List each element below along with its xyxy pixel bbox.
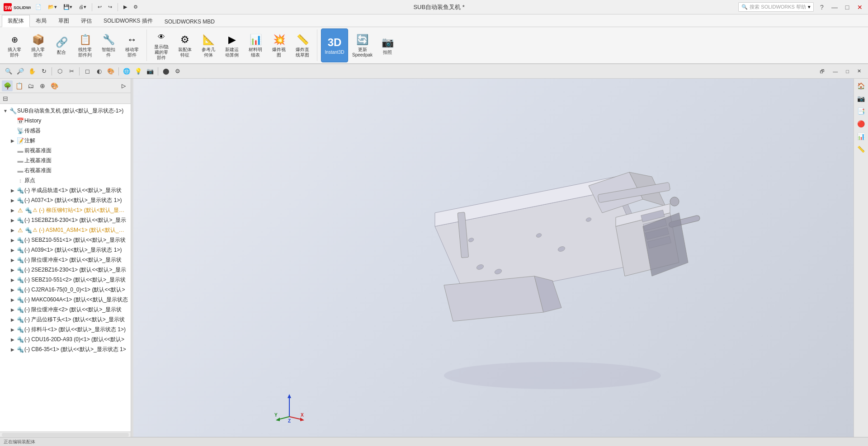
edit-appearance-button[interactable]: 🎨: [106, 66, 116, 76]
snapshot-button[interactable]: 📷 拍照: [377, 34, 398, 56]
assembly-feature-button[interactable]: ⚙ 装配体特征: [174, 31, 196, 59]
part-item-7[interactable]: ▶ 🔩 (-) A039<1> (默认<<默认>_显示状态 1>): [0, 245, 131, 255]
smart-fasteners-button[interactable]: 🔧 智能扣件: [98, 31, 119, 59]
part-item-11[interactable]: ▶ 🔩 (-) CJ2RA16-75(0_0_0)<1> (默认<<默认>: [0, 285, 131, 295]
part-10-expand[interactable]: ▶: [9, 276, 16, 283]
right-plane-item[interactable]: ▬ 右视基准面: [0, 165, 131, 175]
part-item-9[interactable]: ▶ 🔩 (-) 2SE2BZ16-230<1> (默认<<默认>_显示: [0, 265, 131, 275]
tab-plugins[interactable]: SOLIDWORKS 插件: [98, 15, 159, 27]
layers-button[interactable]: 📑: [856, 106, 867, 117]
pan-button[interactable]: ✋: [27, 66, 37, 76]
display-manager-tab[interactable]: 🎨: [49, 80, 60, 91]
measure-button[interactable]: 📏: [856, 144, 867, 155]
part-item-13[interactable]: ▶ 🔩 (-) 限位缓冲座<2> (默认<<默认>_显示状: [0, 305, 131, 315]
tab-evaluate[interactable]: 评估: [75, 15, 98, 27]
feature-manager-tab[interactable]: 🌳: [2, 80, 13, 91]
part-item-5[interactable]: ▶ ⚠ 🔩 ⚠ (-) ASM01_ASM<1> (默认<默认_显示状: [0, 225, 131, 235]
explode-view-button[interactable]: 💥 爆炸视图: [268, 31, 290, 59]
rotate-button[interactable]: ↻: [39, 66, 49, 76]
minimize-vp-button[interactable]: —: [830, 67, 841, 75]
panel-expand-button[interactable]: ▷: [118, 80, 129, 91]
part-item-17[interactable]: ▶ 🔩 (-) CB6-35<1> (默认<<默认>_显示状态 1>: [0, 344, 131, 354]
viewport[interactable]: Z X Y: [133, 79, 854, 437]
new-motion-button[interactable]: ▶ 新建运动算例: [221, 31, 243, 59]
part-2-expand[interactable]: ▶: [9, 197, 16, 204]
explode-line-button[interactable]: 📏 爆炸直线草图: [292, 31, 313, 59]
camera-button[interactable]: 📷: [145, 66, 155, 76]
maximize-vp-button[interactable]: □: [843, 67, 852, 75]
section-view-button[interactable]: ✂: [66, 66, 76, 76]
tab-sketch[interactable]: 草图: [52, 15, 75, 27]
part-item-8[interactable]: ▶ 🔩 (-) 限位缓冲座<1> (默认<<默认>_显示状: [0, 255, 131, 265]
part-5-expand[interactable]: ▶: [9, 226, 16, 234]
history-item[interactable]: 📅 History: [0, 116, 131, 126]
sensors-item[interactable]: 📡 传感器: [0, 126, 131, 136]
close-button[interactable]: ✕: [855, 3, 864, 12]
sensors-expand[interactable]: [9, 127, 16, 134]
move-component-button[interactable]: ↔ 移动零部件: [121, 31, 143, 59]
part-3-expand[interactable]: ▶: [9, 207, 16, 214]
linear-component-button[interactable]: 📋 线性零部件列: [74, 31, 96, 59]
part-16-expand[interactable]: ▶: [9, 336, 16, 343]
part-item-12[interactable]: ▶ 🔩 (-) MAKC0604A<1> (默认<<默认_显示状态: [0, 295, 131, 305]
part-6-expand[interactable]: ▶: [9, 236, 16, 244]
appearances-button[interactable]: 🏠: [856, 80, 867, 91]
redo-button[interactable]: ↪: [106, 3, 114, 11]
update-speedpak-button[interactable]: 🔄 更新Speedpak: [350, 31, 375, 59]
search-box[interactable]: 🔍 搜索 SOLIDWORKS 帮助 ▾: [738, 2, 814, 12]
minimize-button[interactable]: —: [830, 3, 839, 12]
show-hide-button[interactable]: 👁 显示/隐藏的零部件: [151, 28, 172, 62]
part-item-14[interactable]: ▶ 🔩 (-) 产品位移T头<1> (默认<<默认>_显示状: [0, 315, 131, 324]
orientation-button[interactable]: ⬡: [55, 66, 65, 76]
realview-sidebar-button[interactable]: 📷: [856, 93, 867, 104]
print-button[interactable]: 🖨▾: [77, 3, 88, 11]
embed-part-button[interactable]: 📦 插入零部件: [27, 31, 49, 59]
scene-button[interactable]: 🌐: [122, 66, 132, 76]
root-assembly-item[interactable]: ▼ 🔧 SUB自动装鱼叉机 (默认<默认_显示状态-1>): [0, 106, 131, 116]
mate-button[interactable]: 🔗 配合: [51, 34, 72, 56]
feature-tree[interactable]: ▼ 🔧 SUB自动装鱼叉机 (默认<默认_显示状态-1>) 📅 History …: [0, 104, 131, 432]
instant3d-button[interactable]: 3D Instant3D: [321, 28, 348, 62]
restore-button[interactable]: □: [843, 3, 852, 12]
part-7-expand[interactable]: ▶: [9, 246, 16, 254]
help-button[interactable]: ?: [817, 3, 826, 12]
top-plane-item[interactable]: ▬ 上视基准面: [0, 155, 131, 165]
zoom-to-fit-button[interactable]: 🔍: [4, 66, 14, 76]
tab-mbd[interactable]: SOLIDWORKS MBD: [159, 16, 221, 27]
part-12-expand[interactable]: ▶: [9, 296, 16, 303]
restore-vp-button[interactable]: 🗗: [816, 67, 828, 75]
part-item-10[interactable]: ▶ 🔩 (-) SEBZ10-551<2> (默认<<默认>_显示状: [0, 275, 131, 285]
notes-item[interactable]: ▶ 📝 注解: [0, 136, 131, 146]
part-item-16[interactable]: ▶ 🔩 (-) CDU16-20D-A93 (0)<1> (默认<<默认>: [0, 334, 131, 344]
bom-button[interactable]: 📊 材料明细表: [245, 31, 266, 59]
display-settings-button[interactable]: ⚙: [173, 66, 183, 76]
part-17-expand[interactable]: ▶: [9, 346, 16, 353]
undo-button[interactable]: ↩: [96, 3, 104, 11]
property-manager-tab[interactable]: 📋: [14, 80, 24, 91]
front-plane-item[interactable]: ▬ 前视基准面: [0, 146, 131, 155]
part-9-expand[interactable]: ▶: [9, 266, 16, 273]
part-item-1[interactable]: ▶ 🔩 (-) 半成品轨道<1> (默认<<默认>_显示状: [0, 185, 131, 195]
part-13-expand[interactable]: ▶: [9, 306, 16, 313]
root-expand-icon[interactable]: ▼: [2, 107, 9, 114]
save-button[interactable]: 💾▾: [61, 3, 74, 11]
part-item-3[interactable]: ▶ ⚠ 🔩 ⚠ (-) 柳压铆钉站<1> (默认<默认_显示状: [0, 205, 131, 215]
tab-assembly[interactable]: 装配体: [2, 15, 30, 27]
reference-geometry-button[interactable]: 📐 参考几何体: [198, 31, 219, 59]
lights-button[interactable]: 💡: [133, 66, 143, 76]
part-14-expand[interactable]: ▶: [9, 316, 16, 323]
zoom-to-area-button[interactable]: 🔎: [15, 66, 25, 76]
part-1-expand[interactable]: ▶: [9, 187, 16, 194]
part-item-2[interactable]: ▶ 🔩 (-) A037<1> (默认<<默认>_显示状态 1>): [0, 195, 131, 205]
tab-layout[interactable]: 布局: [30, 15, 52, 27]
config-manager-tab[interactable]: 🗂: [25, 80, 36, 91]
origin-tab[interactable]: ⊕: [37, 80, 48, 91]
part-item-4[interactable]: ▶ 🔩 (-) 1SE2BZ16-230<1> (默认<<默认>_显示: [0, 215, 131, 225]
select-button[interactable]: ▶: [122, 3, 129, 11]
part-item-6[interactable]: ▶ 🔩 (-) SEBZ10-551<1> (默认<<默认>_显示状: [0, 235, 131, 245]
results-button[interactable]: 📊: [856, 131, 867, 142]
open-file-button[interactable]: 📂▾: [46, 3, 59, 11]
compare-button[interactable]: 🔴: [856, 118, 867, 129]
new-file-button[interactable]: 📄: [33, 3, 43, 11]
part-11-expand[interactable]: ▶: [9, 286, 16, 293]
